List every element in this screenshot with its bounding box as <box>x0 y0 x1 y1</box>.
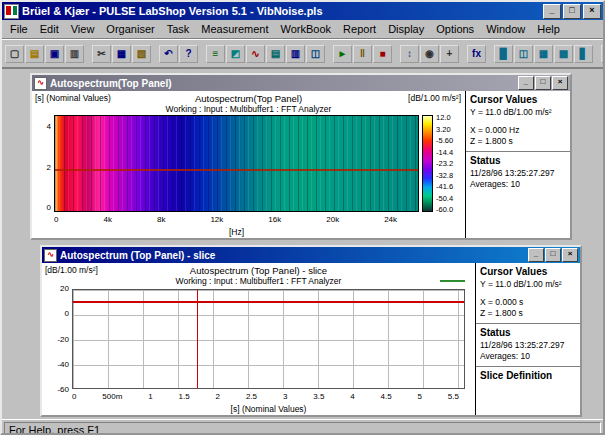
spectrogram-title-bar[interactable]: ∿ Autospectrum(Top Panel) _ □ × <box>32 75 570 91</box>
x-tick-label: 8k <box>157 215 165 224</box>
workbook-icon[interactable]: ▤ <box>266 45 285 63</box>
toolbar-icon-glyph: ▋ <box>580 47 588 61</box>
cut-icon[interactable]: ✂ <box>92 45 111 63</box>
spectrogram-y-axis: 420 <box>34 115 51 212</box>
status-averages: Averages: 10 <box>480 351 576 361</box>
slice-cursor-line[interactable] <box>197 290 198 388</box>
color-scale-tick-label: -60.0 <box>436 205 463 214</box>
slice-window-title: Autospectrum (Top Panel) - slice <box>60 250 527 261</box>
spectrogram-y-unit: [s] (Nominal Values) <box>35 93 111 103</box>
menu-item[interactable]: Help <box>531 22 566 36</box>
toolbar-icon-glyph: ↕ <box>407 47 412 61</box>
close-button[interactable]: × <box>583 4 601 19</box>
task-icon[interactable]: ◩ <box>226 45 245 63</box>
menu-item[interactable]: Measurement <box>195 22 274 36</box>
mdi-workspace: ∿ Autospectrum(Top Panel) _ □ × [s] (Nom… <box>2 68 603 419</box>
slice-definition-heading: Slice Definition <box>480 370 576 381</box>
toolbar-icon-glyph: ▩ <box>559 47 568 61</box>
title-bar: Brüel & Kjær - PULSE LabShop Version 5.1… <box>2 2 603 20</box>
spectrogram-chart-area: [s] (Nominal Values) Autospectrum(Top Pa… <box>32 91 465 238</box>
cursor-x-value: X = 0.000 Hz <box>470 125 566 135</box>
status-message: For Help, press F1 <box>4 422 601 435</box>
layout-six-icon[interactable]: ▩ <box>554 45 573 63</box>
slice-content: [dB/1.00 m/s²] Autospectrum (Top Panel) … <box>42 263 580 415</box>
function-icon[interactable]: fx <box>467 45 486 63</box>
menu-item[interactable]: Window <box>480 22 531 36</box>
slice-plot[interactable] <box>72 289 465 389</box>
color-scale-tick-label: -41.6 <box>436 182 463 191</box>
status-heading: Status <box>480 327 576 338</box>
main-window: Brüel & Kjær - PULSE LabShop Version 5.1… <box>0 0 605 435</box>
toolbar: ▢ ▤ ▣ ▥ ✂ ▦ ▧ <box>2 39 603 68</box>
organiser-icon[interactable]: ≡ <box>206 45 225 63</box>
autorange-icon[interactable]: ↕ <box>400 45 419 63</box>
y-tick-label: -60 <box>57 385 69 394</box>
toolbar-icon-glyph: ◫ <box>519 47 528 61</box>
menu-bar: File Edit View Organiser Task Measuremen… <box>2 20 603 39</box>
x-tick-label: 500m <box>102 392 122 401</box>
layout-two-icon[interactable]: ◫ <box>514 45 533 63</box>
new-document-icon[interactable]: ▢ <box>5 45 24 63</box>
spectrogram-x-axis-label: [Hz] <box>54 227 419 237</box>
slice-x-axis-label: [s] (Nominal Values) <box>72 404 465 414</box>
report-icon[interactable]: ▥ <box>286 45 305 63</box>
spectrogram-minimize-button[interactable]: _ <box>518 76 534 90</box>
menu-item[interactable]: Organiser <box>100 22 160 36</box>
x-tick-label: 2.5 <box>246 392 257 401</box>
layout-four-icon[interactable]: ▦ <box>534 45 553 63</box>
undo-icon[interactable]: ↶ <box>159 45 178 63</box>
slice-title-bar[interactable]: ∿ Autospectrum (Top Panel) - slice _ □ × <box>42 247 580 263</box>
toolbar-icon-glyph: ◩ <box>231 47 240 61</box>
spectrogram-x-axis: 04k8k12k16k20k24k <box>54 215 419 225</box>
cursor-values-heading: Cursor Values <box>480 266 576 277</box>
cursor-icon[interactable]: + <box>440 45 459 63</box>
slice-maximize-button[interactable]: □ <box>545 248 561 262</box>
menu-item[interactable]: Edit <box>34 22 65 36</box>
spectrogram-window: ∿ Autospectrum(Top Panel) _ □ × [s] (Nom… <box>30 73 572 240</box>
toolbar-icon-glyph: ∿ <box>251 47 259 61</box>
cursor-z-value: Z = 1.800 s <box>470 136 566 146</box>
spectrogram-cursor-line[interactable] <box>55 169 418 171</box>
menu-item[interactable]: WorkBook <box>275 22 338 36</box>
spectrogram-chart-subtitle: Working : Input : Multibuffer1 : FFT Ana… <box>166 104 332 114</box>
x-tick-label: 24k <box>384 215 397 224</box>
menu-item[interactable]: File <box>4 22 34 36</box>
stop-measurement-icon[interactable]: ■ <box>373 45 392 63</box>
spectrogram-close-button[interactable]: × <box>552 76 568 90</box>
menu-item[interactable]: Display <box>382 22 430 36</box>
menu-item[interactable]: Options <box>430 22 480 36</box>
maximize-button[interactable]: □ <box>563 4 581 19</box>
measurement-icon[interactable]: ∿ <box>246 45 265 63</box>
start-measurement-icon[interactable]: ► <box>333 45 352 63</box>
copy-icon[interactable]: ▦ <box>112 45 131 63</box>
pause-measurement-icon[interactable]: ‖ <box>353 45 372 63</box>
display-icon[interactable]: ◫ <box>306 45 325 63</box>
about-icon[interactable]: ? <box>601 45 605 63</box>
open-folder-icon[interactable]: ▤ <box>25 45 44 63</box>
status-timestamp: 11/28/96 13:25:27.297 <box>480 340 576 350</box>
color-scale-bar <box>422 115 433 212</box>
menu-item[interactable]: Report <box>337 22 382 36</box>
level-meter-icon[interactable]: ▋ <box>574 45 593 63</box>
help-pointer-icon[interactable]: ? <box>179 45 198 63</box>
print-icon[interactable]: ▥ <box>65 45 84 63</box>
paste-icon[interactable]: ▧ <box>132 45 151 63</box>
color-scale-tick-label: -32.8 <box>436 171 463 180</box>
toolbar-icon-glyph: ▤ <box>271 47 280 61</box>
toolbar-icon-glyph: ▥ <box>70 47 79 61</box>
slice-minimize-button[interactable]: _ <box>528 248 544 262</box>
toolbar-icon-glyph: + <box>447 47 453 61</box>
save-icon[interactable]: ▣ <box>45 45 64 63</box>
menu-item[interactable]: Task <box>161 22 196 36</box>
toolbar-icon-glyph: ✂ <box>97 47 105 61</box>
spectrogram-plot[interactable] <box>54 115 419 212</box>
slice-close-button[interactable]: × <box>562 248 578 262</box>
menu-item[interactable]: View <box>65 22 101 36</box>
toolbar-icon-glyph: ◉ <box>425 47 434 61</box>
status-heading: Status <box>470 155 566 166</box>
zoom-icon[interactable]: ◉ <box>420 45 439 63</box>
minimize-button[interactable]: _ <box>543 4 561 19</box>
spectrogram-maximize-button[interactable]: □ <box>535 76 551 90</box>
layout-single-icon[interactable]: ▉ <box>494 45 513 63</box>
x-tick-label: 3.5 <box>313 392 324 401</box>
